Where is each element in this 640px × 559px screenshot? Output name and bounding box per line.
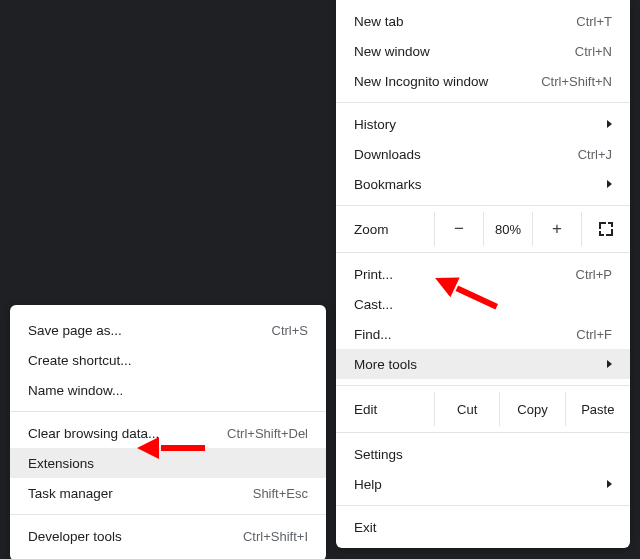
fullscreen-icon: [599, 222, 613, 236]
chrome-main-menu: New tab Ctrl+T New window Ctrl+N New Inc…: [336, 0, 630, 548]
fullscreen-button[interactable]: [581, 212, 630, 246]
menu-label: Clear browsing data...: [28, 426, 227, 441]
submenu-arrow-icon: [607, 180, 612, 188]
menu-separator: [336, 252, 630, 253]
menu-item-create-shortcut[interactable]: Create shortcut...: [10, 345, 326, 375]
menu-item-name-window[interactable]: Name window...: [10, 375, 326, 405]
menu-label: Create shortcut...: [28, 353, 308, 368]
submenu-arrow-icon: [607, 360, 612, 368]
menu-item-bookmarks[interactable]: Bookmarks: [336, 169, 630, 199]
menu-label: History: [354, 117, 599, 132]
menu-shortcut: Ctrl+P: [576, 267, 612, 282]
menu-label: Cast...: [354, 297, 612, 312]
menu-label: Help: [354, 477, 599, 492]
menu-item-exit[interactable]: Exit: [336, 512, 630, 542]
zoom-in-button[interactable]: +: [532, 212, 581, 246]
menu-separator: [336, 385, 630, 386]
menu-item-settings[interactable]: Settings: [336, 439, 630, 469]
menu-item-find[interactable]: Find... Ctrl+F: [336, 319, 630, 349]
menu-shortcut: Ctrl+S: [272, 323, 308, 338]
zoom-label: Zoom: [336, 222, 434, 237]
menu-item-print[interactable]: Print... Ctrl+P: [336, 259, 630, 289]
menu-label: Downloads: [354, 147, 578, 162]
submenu-arrow-icon: [607, 480, 612, 488]
menu-label: Exit: [354, 520, 612, 535]
menu-shortcut: Ctrl+F: [576, 327, 612, 342]
menu-item-edit: Edit Cut Copy Paste: [336, 392, 630, 426]
paste-button[interactable]: Paste: [565, 392, 630, 426]
edit-label: Edit: [336, 402, 434, 417]
menu-label: New tab: [354, 14, 576, 29]
menu-separator: [10, 411, 326, 412]
menu-item-save-page[interactable]: Save page as... Ctrl+S: [10, 315, 326, 345]
menu-item-developer-tools[interactable]: Developer tools Ctrl+Shift+I: [10, 521, 326, 551]
menu-item-task-manager[interactable]: Task manager Shift+Esc: [10, 478, 326, 508]
menu-separator: [336, 102, 630, 103]
zoom-value: 80%: [483, 212, 532, 246]
zoom-out-button[interactable]: −: [434, 212, 483, 246]
menu-label: Save page as...: [28, 323, 272, 338]
menu-item-new-incognito[interactable]: New Incognito window Ctrl+Shift+N: [336, 66, 630, 96]
more-tools-submenu: Save page as... Ctrl+S Create shortcut..…: [10, 305, 326, 559]
copy-button[interactable]: Copy: [499, 392, 564, 426]
menu-item-history[interactable]: History: [336, 109, 630, 139]
menu-item-cast[interactable]: Cast...: [336, 289, 630, 319]
menu-item-more-tools[interactable]: More tools: [336, 349, 630, 379]
menu-separator: [10, 514, 326, 515]
menu-label: Print...: [354, 267, 576, 282]
menu-shortcut: Ctrl+Shift+I: [243, 529, 308, 544]
menu-item-downloads[interactable]: Downloads Ctrl+J: [336, 139, 630, 169]
menu-shortcut: Ctrl+Shift+Del: [227, 426, 308, 441]
menu-label: Extensions: [28, 456, 308, 471]
menu-separator: [336, 432, 630, 433]
menu-separator: [336, 505, 630, 506]
menu-label: Settings: [354, 447, 612, 462]
menu-label: Find...: [354, 327, 576, 342]
menu-separator: [336, 205, 630, 206]
menu-label: Task manager: [28, 486, 253, 501]
menu-shortcut: Ctrl+Shift+N: [541, 74, 612, 89]
menu-label: Bookmarks: [354, 177, 599, 192]
menu-label: Developer tools: [28, 529, 243, 544]
menu-shortcut: Ctrl+N: [575, 44, 612, 59]
menu-label: New Incognito window: [354, 74, 541, 89]
menu-shortcut: Shift+Esc: [253, 486, 308, 501]
menu-shortcut: Ctrl+J: [578, 147, 612, 162]
menu-label: New window: [354, 44, 575, 59]
menu-item-clear-browsing-data[interactable]: Clear browsing data... Ctrl+Shift+Del: [10, 418, 326, 448]
menu-label: More tools: [354, 357, 599, 372]
menu-item-extensions[interactable]: Extensions: [10, 448, 326, 478]
cut-button[interactable]: Cut: [434, 392, 499, 426]
menu-label: Name window...: [28, 383, 308, 398]
menu-shortcut: Ctrl+T: [576, 14, 612, 29]
submenu-arrow-icon: [607, 120, 612, 128]
menu-item-new-window[interactable]: New window Ctrl+N: [336, 36, 630, 66]
menu-item-zoom: Zoom − 80% +: [336, 212, 630, 246]
menu-item-new-tab[interactable]: New tab Ctrl+T: [336, 6, 630, 36]
menu-item-help[interactable]: Help: [336, 469, 630, 499]
